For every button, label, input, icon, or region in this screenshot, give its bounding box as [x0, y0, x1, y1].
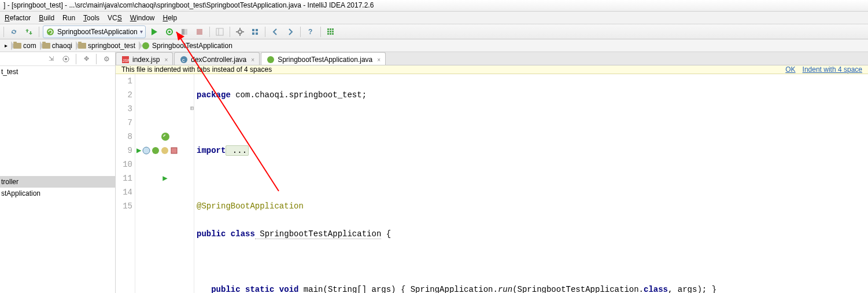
- bean-icon: [161, 146, 169, 155]
- sync-icon[interactable]: [8, 25, 20, 38]
- code-editor[interactable]: 1 2 3 7 8 9 10 11 14 15 ⊞ ▶ ▶: [116, 74, 868, 293]
- svg-rect-40: [171, 148, 177, 153]
- svg-rect-6: [182, 29, 184, 35]
- svg-rect-22: [327, 31, 329, 32]
- back-icon[interactable]: [269, 25, 282, 38]
- close-icon[interactable]: ×: [162, 57, 168, 63]
- folder-icon: [13, 43, 21, 49]
- settings-icon[interactable]: [234, 25, 246, 38]
- collapse-icon[interactable]: ⇲: [45, 53, 57, 65]
- svg-point-36: [161, 133, 169, 141]
- svg-rect-20: [330, 28, 331, 30]
- menu-help[interactable]: Help: [159, 13, 180, 23]
- svg-rect-8: [216, 28, 223, 35]
- grid-icon[interactable]: [324, 25, 337, 38]
- breadcrumb-item[interactable]: SpringbootTestApplication: [139, 40, 236, 52]
- breadcrumb-item[interactable]: com: [11, 40, 40, 52]
- svg-rect-16: [256, 29, 258, 31]
- sidebar-toolbar: ⇲ ✥ ⚙: [0, 52, 115, 66]
- run-button[interactable]: [148, 25, 161, 38]
- debug-button[interactable]: [163, 25, 176, 38]
- spring-icon: [152, 146, 160, 155]
- svg-text:JSP: JSP: [123, 58, 130, 63]
- spring-icon: [46, 27, 55, 36]
- coverage-button[interactable]: [178, 25, 191, 38]
- svg-rect-27: [332, 33, 334, 35]
- spring-icon: [141, 41, 150, 50]
- svg-point-4: [168, 31, 171, 33]
- editor-area: JSP index.jsp× c dexController.java× Spr…: [116, 52, 868, 293]
- chevron-down-icon: ▾: [140, 28, 143, 35]
- menu-run[interactable]: Run: [59, 13, 79, 23]
- editor-tab-active[interactable]: SpringbootTestApplication.java×: [261, 52, 386, 65]
- bean-icon: [142, 146, 150, 155]
- folder-icon: [78, 43, 86, 49]
- svg-rect-24: [332, 31, 334, 32]
- svg-rect-19: [327, 28, 329, 30]
- svg-rect-18: [256, 32, 258, 35]
- spring-icon: [266, 55, 275, 64]
- line-number-gutter: 1 2 3 7 8 9 10 11 14 15: [116, 74, 135, 293]
- help-icon[interactable]: ?: [304, 25, 317, 38]
- run-config-selector[interactable]: SpringbootTestApplication ▾: [43, 25, 146, 38]
- sidebar-item[interactable]: stApplication: [0, 188, 115, 199]
- code-content[interactable]: package com.chaoqi.springboot_test; impo…: [194, 74, 716, 293]
- svg-rect-26: [330, 33, 331, 35]
- fold-icon[interactable]: ⊞: [190, 102, 194, 116]
- svg-text:c: c: [182, 57, 185, 63]
- structure-icon[interactable]: [249, 25, 261, 38]
- menu-refactor[interactable]: Refactor: [1, 13, 34, 23]
- sidebar-project-row[interactable]: t_test: [0, 66, 115, 78]
- svg-point-39: [161, 147, 168, 154]
- menu-build[interactable]: Build: [35, 13, 58, 23]
- editor-tab[interactable]: c dexController.java×: [174, 52, 260, 65]
- svg-rect-25: [327, 33, 329, 35]
- svg-point-2: [47, 28, 54, 35]
- window-title: ] - [springboot_test] - ...\src\main\jav…: [3, 1, 374, 9]
- svg-point-10: [238, 30, 242, 34]
- layout-icon[interactable]: [213, 25, 226, 38]
- updown-icon[interactable]: [23, 25, 35, 38]
- class-icon: c: [179, 55, 189, 64]
- svg-rect-23: [330, 31, 331, 32]
- notice-ok-link[interactable]: OK: [785, 65, 795, 74]
- settings-icon[interactable]: ⚙: [100, 53, 113, 65]
- menu-window[interactable]: Window: [127, 13, 158, 23]
- svg-point-35: [267, 56, 274, 63]
- editor-tabs: JSP index.jsp× c dexController.java× Spr…: [116, 52, 868, 65]
- breadcrumb-item[interactable]: ▸: [2, 40, 11, 52]
- main-toolbar: SpringbootTestApplication ▾ ?: [0, 24, 868, 39]
- jsp-icon: JSP: [121, 55, 130, 64]
- close-icon[interactable]: ×: [375, 57, 381, 63]
- gutter-icons: ⊞ ▶ ▶: [135, 74, 194, 293]
- forward-icon[interactable]: [284, 25, 297, 38]
- svg-rect-21: [332, 28, 334, 30]
- spring-icon: [161, 132, 170, 141]
- sidebar-item[interactable]: troller: [0, 176, 115, 188]
- close-icon[interactable]: ×: [249, 57, 254, 63]
- project-sidebar: ⇲ ✥ ⚙ t_test troller stApplication: [0, 52, 116, 293]
- notice-text: This file is indented with tabs instead …: [121, 65, 272, 74]
- folder-icon: [42, 43, 50, 49]
- svg-rect-15: [252, 29, 254, 31]
- menu-vcs[interactable]: VCS: [104, 13, 125, 23]
- menu-bar: Refactor Build Run Tools VCS Window Help: [0, 12, 868, 24]
- breadcrumb-item[interactable]: chaoqi: [40, 40, 76, 52]
- menu-tools[interactable]: Tools: [80, 13, 103, 23]
- target-icon[interactable]: [60, 53, 72, 65]
- svg-point-37: [143, 147, 150, 154]
- breadcrumb-bar: ▸ com chaoqi springboot_test SpringbootT…: [0, 39, 868, 52]
- run-gutter-icon[interactable]: ▶: [136, 144, 141, 158]
- title-bar: ] - [springboot_test] - ...\src\main\jav…: [0, 0, 868, 12]
- run-config-label: SpringbootTestApplication: [57, 28, 138, 36]
- sort-icon[interactable]: ✥: [80, 53, 93, 65]
- stop-button[interactable]: [193, 25, 206, 38]
- notice-indent-link[interactable]: Indent with 4 space: [803, 65, 862, 74]
- svg-point-30: [65, 58, 67, 60]
- breadcrumb-item[interactable]: springboot_test: [76, 40, 139, 52]
- indentation-notice: This file is indented with tabs instead …: [116, 65, 868, 74]
- svg-rect-17: [252, 32, 254, 35]
- bean-icon: [170, 146, 178, 155]
- editor-tab[interactable]: JSP index.jsp×: [116, 52, 173, 65]
- run-gutter-icon[interactable]: ▶: [162, 171, 167, 185]
